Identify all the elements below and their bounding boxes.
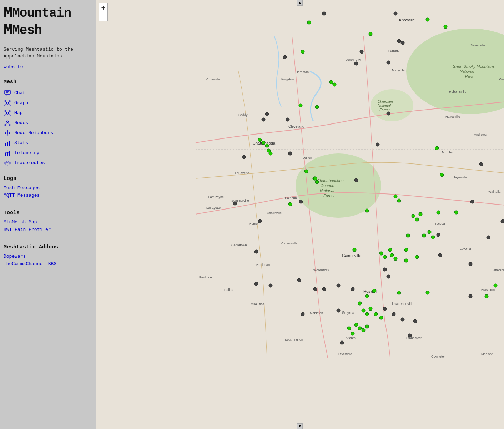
svg-point-195 <box>254 282 258 286</box>
svg-point-217 <box>469 262 472 266</box>
svg-text:Cleveland: Cleveland <box>288 125 304 128</box>
svg-point-191 <box>299 200 303 203</box>
svg-point-116 <box>426 18 429 21</box>
map-container[interactable]: Great Smoky Mountains National Park Chat… <box>96 0 504 429</box>
svg-point-209 <box>413 319 417 323</box>
telemetry-icon <box>4 149 11 157</box>
svg-text:Maryville: Maryville <box>392 69 405 72</box>
svg-text:Adairsville: Adairsville <box>267 211 282 215</box>
nav-label-stats: Stats <box>14 140 28 146</box>
mesh-section-title: Mesh <box>4 79 92 85</box>
svg-text:LaFayette: LaFayette <box>206 206 221 210</box>
nav-item-traceroutes[interactable]: Traceroutes <box>4 158 92 168</box>
svg-point-190 <box>354 178 358 182</box>
mesh-messages-link[interactable]: Mesh Messages <box>4 185 92 191</box>
mtnme-map-link[interactable]: MtnMe.sh Map <box>4 219 92 225</box>
svg-point-174 <box>347 327 351 330</box>
svg-text:Knoxville: Knoxville <box>399 18 415 22</box>
hwt-path-profiler-link[interactable]: HWT Path Profiler <box>4 227 51 232</box>
svg-line-18 <box>9 111 9 112</box>
svg-point-179 <box>401 41 404 45</box>
svg-text:Woodstock: Woodstock <box>313 268 329 272</box>
svg-point-13 <box>5 110 6 112</box>
nav-item-telemetry[interactable]: Telemetry <box>4 148 92 158</box>
scroll-up-button[interactable]: ▲ <box>297 0 303 6</box>
zoom-in-button[interactable]: + <box>99 3 108 12</box>
svg-text:Smyrna: Smyrna <box>342 311 354 315</box>
svg-point-203 <box>387 275 390 278</box>
svg-point-169 <box>354 323 358 327</box>
svg-text:Cherokee: Cherokee <box>378 100 393 104</box>
svg-point-29 <box>9 132 10 133</box>
svg-point-204 <box>438 253 442 257</box>
svg-point-208 <box>401 318 404 321</box>
svg-point-60 <box>371 89 413 121</box>
svg-point-31 <box>7 135 8 136</box>
svg-point-185 <box>286 118 289 121</box>
svg-point-194 <box>254 250 258 253</box>
svg-point-140 <box>365 209 369 212</box>
svg-point-180 <box>283 55 287 59</box>
svg-text:Madison: Madison <box>481 352 493 356</box>
svg-point-138 <box>415 218 419 221</box>
svg-point-168 <box>485 294 488 298</box>
svg-point-187 <box>376 143 379 146</box>
svg-point-120 <box>315 105 319 109</box>
svg-line-19 <box>6 114 6 115</box>
nav-label-traceroutes: Traceroutes <box>14 160 45 166</box>
svg-text:Fort Payne: Fort Payne <box>208 195 224 199</box>
svg-point-156 <box>415 255 419 259</box>
svg-point-125 <box>304 170 308 173</box>
svg-point-186 <box>387 112 390 115</box>
zoom-out-button[interactable]: – <box>99 12 108 21</box>
nav-item-map[interactable]: Map <box>4 108 92 118</box>
svg-line-8 <box>6 101 6 102</box>
svg-rect-38 <box>9 141 10 146</box>
svg-point-166 <box>397 291 401 294</box>
svg-point-220 <box>340 341 344 344</box>
thecommschannel-bbs-link[interactable]: TheCommsChannel BBS <box>4 261 56 267</box>
svg-point-15 <box>5 115 6 116</box>
nav-item-nodes[interactable]: Nodes <box>4 118 92 128</box>
svg-text:Riverdale: Riverdale <box>338 352 352 356</box>
svg-point-172 <box>365 325 369 328</box>
svg-point-151 <box>390 253 394 257</box>
svg-point-192 <box>233 202 237 205</box>
svg-text:Forest: Forest <box>323 193 335 198</box>
addons-section: DopeWars TheCommsChannel BBS <box>4 254 92 267</box>
mqtt-messages-link[interactable]: MQTT Messages <box>4 193 40 198</box>
svg-text:Piedmont: Piedmont <box>199 276 213 279</box>
svg-point-43 <box>4 162 6 164</box>
nav-item-stats[interactable]: Stats <box>4 138 92 148</box>
svg-text:Rome: Rome <box>249 222 258 226</box>
nav-item-graph[interactable]: Graph <box>4 99 92 108</box>
tools-section: MtnMe.sh Map HWT Path Profiler <box>4 219 92 233</box>
nav-label-graph: Graph <box>14 100 28 106</box>
svg-text:Villa Rica: Villa Rica <box>251 302 264 306</box>
svg-point-121 <box>299 104 302 107</box>
svg-point-124 <box>435 146 439 150</box>
svg-point-162 <box>365 312 369 316</box>
svg-point-45 <box>9 162 11 164</box>
website-link[interactable]: Website <box>4 64 92 70</box>
svg-point-155 <box>404 248 408 252</box>
scroll-down-button[interactable]: ▼ <box>297 423 303 429</box>
svg-point-171 <box>362 328 365 332</box>
svg-point-137 <box>412 214 415 218</box>
svg-point-175 <box>322 12 326 15</box>
nav-label-telemetry: Telemetry <box>14 150 39 156</box>
svg-line-48 <box>5 164 7 165</box>
svg-text:Lavonia: Lavonia <box>460 247 471 251</box>
dopewars-link[interactable]: DopeWars <box>4 254 92 259</box>
nav-item-chat[interactable]: Chat <box>4 89 92 98</box>
nav-item-node-neighbors[interactable]: Node Neighbors <box>4 128 92 138</box>
svg-point-216 <box>437 233 440 237</box>
svg-text:Lenoir City: Lenoir City <box>346 58 361 61</box>
svg-text:Dallas: Dallas <box>224 288 233 292</box>
svg-point-14 <box>9 110 10 112</box>
svg-point-202 <box>383 268 387 271</box>
svg-line-24 <box>6 122 7 124</box>
svg-point-4 <box>5 100 6 102</box>
svg-point-145 <box>428 230 431 234</box>
svg-text:LaFayette: LaFayette <box>235 171 249 175</box>
